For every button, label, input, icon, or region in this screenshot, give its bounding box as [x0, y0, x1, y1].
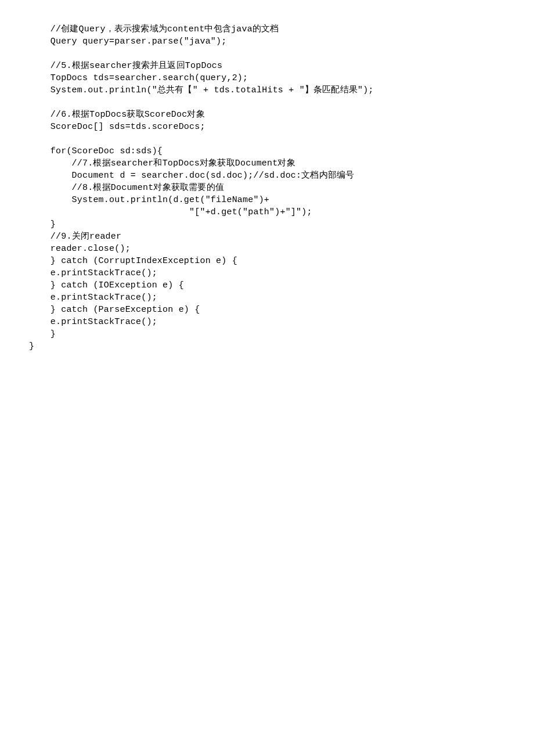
code-block: //创建Query，表示搜索域为content中包含java的文档 Query …	[29, 23, 505, 352]
